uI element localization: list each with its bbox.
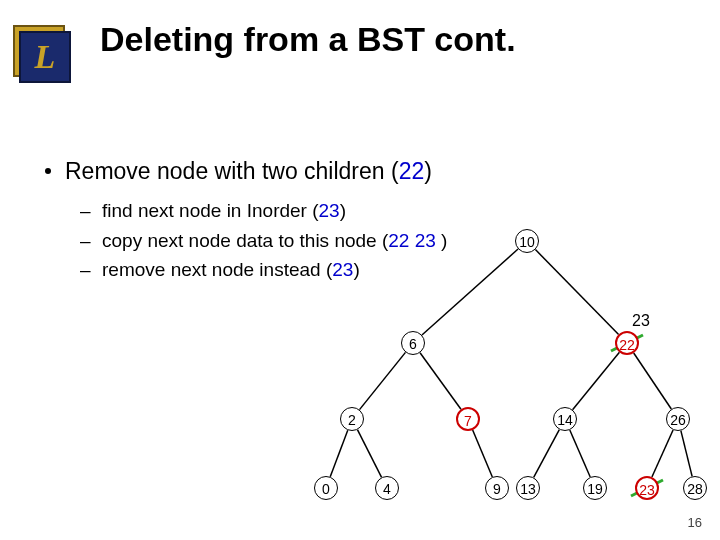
annotation-23: 23 [632, 312, 650, 330]
svg-line-16 [611, 335, 643, 351]
svg-line-13 [570, 430, 590, 477]
svg-line-12 [534, 430, 560, 478]
svg-line-8 [634, 353, 672, 409]
svg-line-9 [330, 430, 348, 477]
svg-line-7 [573, 352, 620, 409]
svg-line-3 [422, 249, 518, 335]
svg-line-15 [681, 431, 692, 477]
svg-line-5 [360, 352, 406, 409]
svg-line-17 [631, 480, 663, 496]
svg-line-10 [357, 430, 381, 478]
svg-line-11 [473, 430, 493, 477]
slide-number: 16 [688, 515, 702, 530]
svg-line-6 [420, 353, 461, 410]
svg-line-4 [535, 250, 618, 335]
tree-edges [0, 0, 720, 540]
svg-line-14 [652, 430, 673, 477]
